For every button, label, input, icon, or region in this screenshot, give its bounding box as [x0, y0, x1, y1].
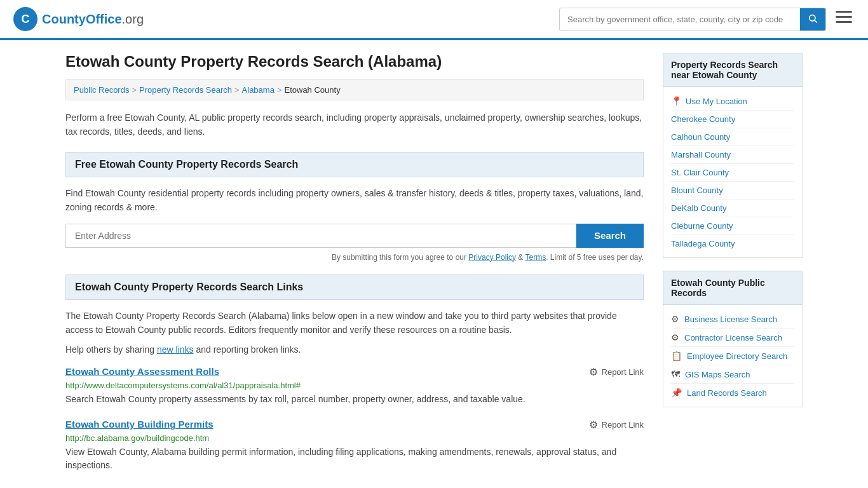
public-records-header: Etowah County Public Records: [663, 271, 803, 305]
links-section: Etowah County Property Records Search Li…: [65, 274, 644, 473]
contractor-license-link[interactable]: Contractor License Search: [684, 333, 782, 342]
breadcrumb-sep-2: >: [234, 85, 240, 95]
employee-directory-link[interactable]: Employee Directory Search: [687, 351, 787, 361]
employee-directory-icon: 📋: [671, 351, 682, 361]
resource-card-2: Etowah County Building Permits ⚙ Report …: [65, 419, 644, 472]
breadcrumb: Public Records > Property Records Search…: [65, 79, 644, 100]
report-icon-2: ⚙: [589, 419, 598, 431]
sidebar-link-cleburne[interactable]: Cleburne County: [671, 217, 794, 234]
main-content: Etowah County Property Records Search (A…: [65, 53, 644, 488]
resource-title-1[interactable]: Etowah County Assessment Rolls: [65, 366, 219, 377]
record-item-contractor-license: ⚙ Contractor License Search: [671, 328, 794, 346]
free-search-description: Find Etowah County residential property …: [65, 186, 644, 215]
record-item-gis-maps: 🗺 GIS Maps Search: [671, 365, 794, 383]
breadcrumb-public-records[interactable]: Public Records: [74, 85, 129, 95]
breadcrumb-property-records-search[interactable]: Property Records Search: [139, 85, 232, 95]
share-links-text: Help others by sharing new links and rep…: [65, 344, 644, 355]
resource-card-header-1: Etowah County Assessment Rolls ⚙ Report …: [65, 366, 644, 378]
use-my-location-link[interactable]: 📍 Use My Location: [671, 92, 794, 110]
nearby-section-content: 📍 Use My Location Cherokee County Calhou…: [663, 87, 803, 258]
breadcrumb-sep-1: >: [132, 85, 137, 95]
breadcrumb-sep-3: >: [277, 85, 282, 95]
menu-button[interactable]: [832, 8, 855, 30]
gis-maps-icon: 🗺: [671, 369, 680, 379]
report-icon-1: ⚙: [589, 366, 598, 378]
sidebar-link-talladega[interactable]: Talladega County: [671, 234, 794, 252]
address-search-button[interactable]: Search: [576, 224, 644, 248]
public-records-section: Etowah County Public Records ⚙ Business …: [663, 271, 803, 407]
svg-point-2: [810, 15, 815, 20]
public-records-content: ⚙ Business License Search ⚙ Contractor L…: [663, 305, 803, 407]
svg-text:C: C: [22, 13, 30, 25]
breadcrumb-current: Etowah County: [284, 85, 340, 95]
report-link-button-1[interactable]: ⚙ Report Link: [589, 366, 644, 378]
global-search-bar: [559, 8, 826, 31]
resource-card-header-2: Etowah County Building Permits ⚙ Report …: [65, 419, 644, 431]
sidebar-link-dekalb[interactable]: DeKalb County: [671, 199, 794, 217]
address-input[interactable]: [65, 224, 576, 248]
business-license-icon: ⚙: [671, 314, 679, 324]
gis-maps-link[interactable]: GIS Maps Search: [685, 370, 750, 379]
free-search-section: Free Etowah County Property Records Sear…: [65, 152, 644, 262]
nearby-section: Property Records Search near Etowah Coun…: [663, 53, 803, 258]
report-link-button-2[interactable]: ⚙ Report Link: [589, 419, 644, 431]
sidebar-link-blount[interactable]: Blount County: [671, 181, 794, 199]
sidebar-link-calhoun[interactable]: Calhoun County: [671, 128, 794, 146]
sidebar-link-cherokee[interactable]: Cherokee County: [671, 110, 794, 128]
free-search-heading: Free Etowah County Property Records Sear…: [65, 152, 644, 177]
sidebar-link-stclair[interactable]: St. Clair County: [671, 163, 794, 181]
terms-link[interactable]: Terms: [525, 253, 546, 262]
land-records-icon: 📌: [671, 388, 682, 398]
land-records-link[interactable]: Land Records Search: [687, 388, 767, 398]
sidebar-link-marshall[interactable]: Marshall County: [671, 146, 794, 163]
resource-desc-2: View Etowah County, Alabama building per…: [65, 445, 644, 472]
svg-rect-5: [836, 16, 852, 18]
links-section-heading: Etowah County Property Records Search Li…: [65, 274, 644, 300]
contractor-license-icon: ⚙: [671, 332, 679, 342]
main-container: Etowah County Property Records Search (A…: [53, 40, 815, 488]
business-license-link[interactable]: Business License Search: [684, 315, 777, 324]
sidebar: Property Records Search near Etowah Coun…: [663, 53, 803, 488]
search-icon: [808, 13, 818, 24]
resource-url-2: http://bc.alabama.gov/buildingcode.htm: [65, 433, 644, 443]
resource-desc-1: Search Etowah County property assessment…: [65, 393, 644, 406]
logo-icon: C: [13, 6, 38, 32]
resource-url-1: http://www.deltacomputersystems.com/al/a…: [65, 381, 644, 390]
breadcrumb-alabama[interactable]: Alabama: [242, 85, 275, 95]
links-description: The Etowah County Property Records Searc…: [65, 309, 644, 337]
global-search-button[interactable]: [800, 8, 825, 30]
svg-rect-4: [836, 11, 852, 13]
resource-title-2[interactable]: Etowah County Building Permits: [65, 419, 214, 430]
resource-card-1: Etowah County Assessment Rolls ⚙ Report …: [65, 366, 644, 406]
address-search-form: Search: [65, 224, 644, 248]
location-icon: 📍: [671, 96, 682, 106]
site-header: C CountyOffice.org: [0, 0, 868, 40]
nearby-section-header: Property Records Search near Etowah Coun…: [663, 53, 803, 87]
logo-text: CountyOffice.org: [42, 12, 144, 27]
page-description: Perform a free Etowah County, AL public …: [65, 111, 644, 139]
header-controls: [559, 8, 855, 31]
logo[interactable]: C CountyOffice.org: [13, 6, 144, 32]
svg-rect-6: [836, 21, 852, 23]
record-item-employee-directory: 📋 Employee Directory Search: [671, 346, 794, 365]
new-links-link[interactable]: new links: [157, 344, 194, 355]
svg-line-3: [815, 20, 817, 23]
record-item-business-license: ⚙ Business License Search: [671, 310, 794, 328]
hamburger-icon: [836, 11, 852, 24]
page-title: Etowah County Property Records Search (A…: [65, 53, 644, 71]
global-search-input[interactable]: [560, 10, 800, 29]
form-disclaimer: By submitting this form you agree to our…: [65, 253, 644, 262]
privacy-policy-link[interactable]: Privacy Policy: [468, 253, 516, 262]
record-item-land-records: 📌 Land Records Search: [671, 383, 794, 402]
